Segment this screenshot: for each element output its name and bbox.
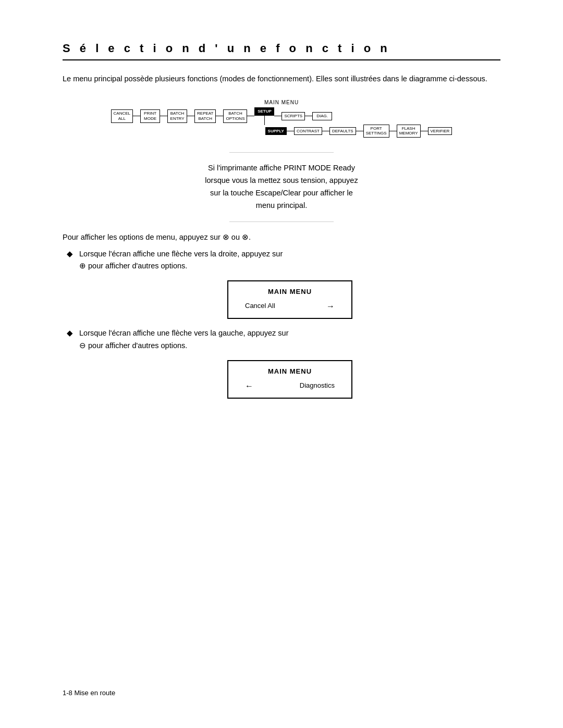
menu-diagram: MAIN MENU CANCELALL PRINTMODE BATCHENTRY… <box>63 100 500 138</box>
footer-text: 1-8 Mise en route <box>63 689 115 697</box>
diagram-area: CANCELALL PRINTMODE BATCHENTRY REPEATBAT… <box>111 107 452 138</box>
lcd-line2-content: Cancel All <box>245 300 335 313</box>
lcd-text: Cancel All <box>245 301 275 312</box>
menu-item-batch-entry: BATCHENTRY <box>167 109 187 122</box>
separator-2 <box>229 221 334 222</box>
main-menu-label: MAIN MENU <box>264 100 299 105</box>
lcd-line1-label: MAIN MENU <box>268 287 312 298</box>
menu-item-cancel-all: CANCELALL <box>111 109 133 122</box>
connector <box>274 116 282 116</box>
menu-item-defaults: DEFAULTS <box>329 127 356 135</box>
menu-item-print-mode: PRINTMODE <box>140 109 160 122</box>
bullet-item-2: Lorsque l'écran affiche une flèche vers … <box>63 327 500 399</box>
arrow-nav-text: Pour afficher les options de menu, appuy… <box>63 231 500 244</box>
connector <box>216 116 223 116</box>
connector <box>247 116 254 116</box>
separator-1 <box>229 152 334 153</box>
connector <box>421 131 428 131</box>
menu-item-supply: SUPPLY <box>265 127 287 135</box>
lcd-display-1: MAIN MENU Cancel All <box>227 280 352 319</box>
sub-menu-row: SUPPLY CONTRAST DEFAULTS PORTSETTINGS FL… <box>265 125 452 138</box>
footer: 1-8 Mise en route <box>63 689 115 697</box>
menu-item-batch-options: BATCHOPTIONS <box>223 109 247 122</box>
menu-item-flash-memory: FLASHMEMORY <box>397 125 421 138</box>
lcd-display-2: MAIN MENU Diagnostics <box>227 360 352 399</box>
connector <box>160 116 167 116</box>
connector <box>133 116 140 116</box>
menu-item-setup: SETUP <box>254 107 274 116</box>
arrow-right-icon <box>326 300 335 313</box>
menu-item-port-settings: PORTSETTINGS <box>363 125 389 138</box>
intro-paragraph: Le menu principal possède plusieurs fonc… <box>63 73 500 85</box>
vertical-connector <box>264 116 265 125</box>
lcd-text-2: Diagnostics <box>300 380 335 391</box>
menu-item-repeat-batch: REPEATBATCH <box>194 109 216 122</box>
connector <box>389 131 397 131</box>
connector <box>322 131 329 131</box>
connector <box>356 131 363 131</box>
menu-item-verifier: VERIFIER <box>428 127 452 135</box>
lcd-line2-content-2: Diagnostics <box>245 379 335 393</box>
menu-item-diag: DIAG. <box>312 112 332 120</box>
connector <box>187 116 194 116</box>
arrow-left-icon <box>245 379 253 393</box>
connector <box>305 116 312 116</box>
connector <box>287 131 294 131</box>
bullet-text-2: Lorsque l'écran affiche une flèche vers … <box>79 329 289 349</box>
top-menu-row: CANCELALL PRINTMODE BATCHENTRY REPEATBAT… <box>111 107 333 125</box>
menu-item-scripts: SCRIPTS <box>282 112 305 120</box>
bullet-item-1: Lorsque l'écran affiche une flèche vers … <box>63 248 500 319</box>
setup-column: SETUP <box>254 107 274 125</box>
menu-item-contrast: CONTRAST <box>294 127 322 135</box>
lcd-line1-label-2: MAIN MENU <box>268 366 312 377</box>
page-title: S é l e c t i o n d ' u n e f o n c t i … <box>63 42 500 60</box>
print-mode-text: Si l'imprimante affiche PRINT MODE Ready… <box>63 162 500 212</box>
bullet-text-1: Lorsque l'écran affiche une flèche vers … <box>79 250 283 270</box>
